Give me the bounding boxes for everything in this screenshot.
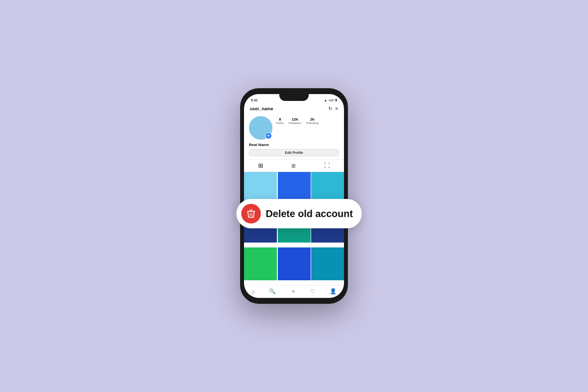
- scene: 9:41 ▲ wifi ▮ user_name ↻ ≡ +: [240, 88, 348, 304]
- stat-posts: 8 Posts: [276, 117, 284, 124]
- following-label: Following: [306, 122, 318, 124]
- tooltip-trash-icon-bg: [241, 204, 261, 223]
- nav-search-icon[interactable]: 🔍: [269, 288, 276, 294]
- followers-label: Followers: [289, 122, 301, 124]
- wifi-icon: wifi: [329, 98, 334, 102]
- tab-grid-icon[interactable]: ⊞: [258, 162, 263, 169]
- menu-icon[interactable]: ≡: [335, 106, 338, 111]
- profile-real-name: Real Name: [244, 142, 344, 149]
- avatar-plus-icon[interactable]: +: [265, 132, 272, 139]
- status-icons: ▲ wifi ▮: [324, 98, 337, 102]
- stat-following: 2k Following: [306, 117, 318, 124]
- bottom-nav: ⌂ 🔍 ＋ ♡ 👤: [244, 285, 344, 298]
- tab-list-icon[interactable]: ≣: [291, 162, 296, 169]
- phone-frame: 9:41 ▲ wifi ▮ user_name ↻ ≡ +: [240, 88, 348, 304]
- delete-tooltip[interactable]: Delete old account: [236, 199, 362, 228]
- followers-count: 12k: [292, 117, 298, 122]
- nav-home-icon[interactable]: ⌂: [251, 289, 255, 294]
- battery-icon: ▮: [335, 98, 337, 102]
- photo-grid: [244, 172, 344, 285]
- phone-notch: [279, 94, 309, 101]
- grid-cell-7: [244, 247, 277, 280]
- app-header-icons: ↻ ≡: [328, 106, 338, 111]
- avatar-wrap: +: [249, 116, 272, 140]
- grid-cell-9: [311, 247, 344, 280]
- stat-followers: 12k Followers: [289, 117, 301, 124]
- signal-icon: ▲: [324, 98, 327, 102]
- app-username: user_name: [250, 106, 273, 111]
- edit-profile-button[interactable]: Edit Profile: [249, 149, 339, 156]
- phone-screen: 9:41 ▲ wifi ▮ user_name ↻ ≡ +: [244, 94, 344, 298]
- following-count: 2k: [310, 117, 315, 122]
- trash-icon: [245, 208, 256, 219]
- posts-count: 8: [279, 117, 281, 122]
- tab-bookmark-icon[interactable]: ⛶: [324, 162, 330, 169]
- status-time: 9:41: [251, 98, 258, 102]
- nav-heart-icon[interactable]: ♡: [310, 288, 315, 294]
- refresh-icon[interactable]: ↻: [328, 106, 332, 111]
- grid-cell-8: [278, 247, 311, 280]
- posts-label: Posts: [276, 122, 284, 124]
- content-tabs: ⊞ ≣ ⛶: [244, 159, 344, 172]
- profile-stats: 8 Posts 12k Followers 2k Following: [276, 117, 318, 124]
- svg-rect-1: [250, 210, 253, 211]
- profile-section: + 8 Posts 12k Followers 2k Following: [244, 113, 344, 142]
- app-header: user_name ↻ ≡: [244, 104, 344, 113]
- nav-add-icon[interactable]: ＋: [291, 288, 296, 295]
- tooltip-label: Delete old account: [266, 208, 353, 220]
- nav-profile-icon[interactable]: 👤: [330, 288, 337, 294]
